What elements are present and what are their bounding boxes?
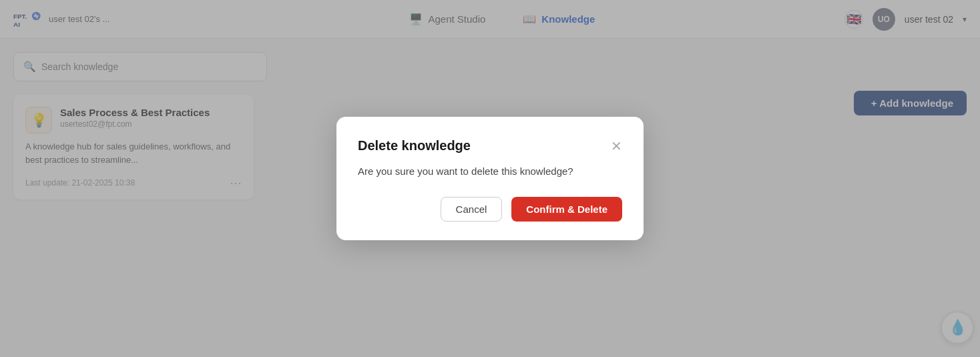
modal-actions: Cancel Confirm & Delete [358,197,622,222]
cancel-button[interactable]: Cancel [441,197,503,222]
confirm-delete-button[interactable]: Confirm & Delete [511,197,622,222]
modal-close-button[interactable]: ✕ [611,139,622,153]
modal-message: Are you sure you want to delete this kno… [358,165,622,177]
modal-backdrop: Delete knowledge ✕ Are you sure you want… [0,0,980,357]
modal-title: Delete knowledge [358,138,471,153]
modal-header: Delete knowledge ✕ [358,138,622,153]
delete-knowledge-modal: Delete knowledge ✕ Are you sure you want… [336,117,644,240]
